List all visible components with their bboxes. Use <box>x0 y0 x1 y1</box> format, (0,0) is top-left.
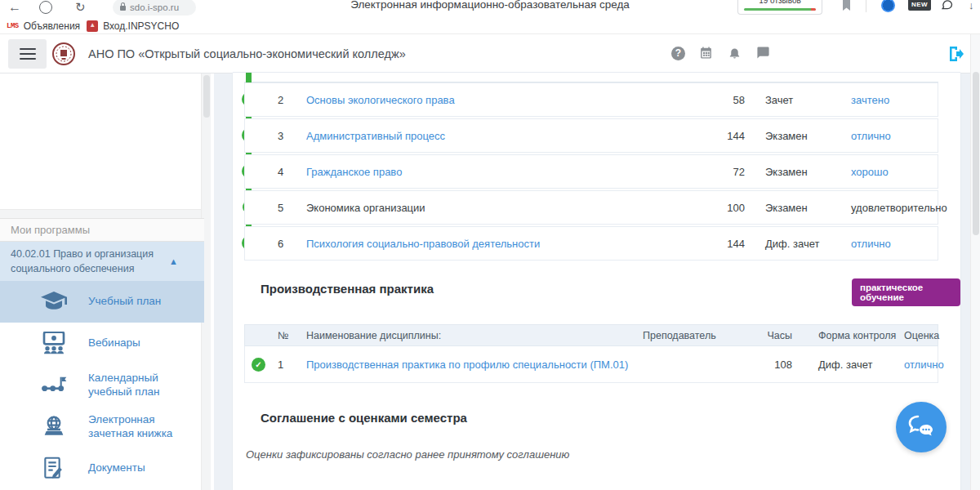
messages-icon[interactable] <box>756 46 771 60</box>
practical-training-badge: практическое обучение <box>852 278 960 306</box>
bookmark-flag-icon[interactable] <box>842 0 851 11</box>
header-grade: Оценка <box>904 325 939 347</box>
course-row: 2 Основы экологического права 58 Зачет з… <box>244 82 938 117</box>
app-screen: ← ↻ sdo.i-spo.ru Электронная информацион… <box>0 0 980 490</box>
document-pen-icon <box>41 457 69 481</box>
app-header: АНО ПО «Открытый социально-экономический… <box>0 34 980 74</box>
sidebar: Мои программы 40.02.01 Право и организац… <box>0 74 214 490</box>
college-logo <box>51 41 77 67</box>
course-control-form: Экзамен <box>765 155 808 189</box>
practice-hours: 108 <box>760 346 792 383</box>
course-grade-link[interactable]: хорошо <box>851 155 889 189</box>
webinar-icon <box>41 332 69 356</box>
course-control-form: Зачет <box>765 83 793 118</box>
main-content: ✓ ✓ ✓ ✓ 2 Основы экологического права 58… <box>214 74 980 490</box>
header-control: Форма контроля <box>818 325 896 347</box>
sidebar-item-gradebook[interactable]: Электронная зачетная книжка <box>0 406 204 448</box>
sidebar-menu: Учебный план Вебинары <box>0 281 204 489</box>
practice-section-title: Производственная практика <box>261 282 434 296</box>
course-hours: 72 <box>715 155 745 189</box>
graduation-cap-icon <box>41 290 69 314</box>
course-number: 2 <box>278 83 283 118</box>
sidebar-item-webinars[interactable]: Вебинары <box>0 323 204 364</box>
practice-table-header: № Наименование дисциплины: Преподаватель… <box>244 324 938 346</box>
agreement-note: Оценки зафиксированы согласно ранее прин… <box>246 448 569 461</box>
chrome-separator <box>866 0 866 12</box>
download-icon[interactable]: ↓ <box>969 0 974 11</box>
milestones-flag-icon <box>41 373 69 398</box>
header-teacher: Преподаватель <box>643 325 716 347</box>
course-number: 4 <box>278 155 283 189</box>
course-hours: 144 <box>715 227 745 261</box>
help-icon[interactable]: ? <box>671 47 685 60</box>
reviews-rating-bar <box>744 8 816 11</box>
course-row: 5 Экономика организации 100 Экзамен удов… <box>244 190 938 225</box>
chrome-chat-icon[interactable] <box>940 0 954 11</box>
program-toggle[interactable]: 40.02.01 Право и организация социального… <box>0 242 204 281</box>
course-control-form: Диф. зачет <box>765 227 819 261</box>
inpsycho-favicon <box>87 20 98 32</box>
globe-book-icon <box>41 415 69 439</box>
lms-favicon: LMS <box>7 22 19 30</box>
logout-icon[interactable] <box>946 44 965 64</box>
study-plan-card: ✓ ✓ ✓ ✓ 2 Основы экологического права 58… <box>232 72 961 490</box>
sidebar-item-calendar-plan[interactable]: Календарный учебный план <box>0 364 204 406</box>
sidebar-item-documents[interactable]: Документы <box>0 448 204 489</box>
course-number: 6 <box>278 227 283 261</box>
practice-grade-link[interactable]: отлично <box>904 346 944 383</box>
practice-number: 1 <box>278 346 283 383</box>
practice-row: ✓ 1 Производственная практика по профилю… <box>244 346 938 383</box>
course-control-form: Экзамен <box>765 119 808 154</box>
chat-bubbles-icon <box>906 414 936 440</box>
course-grade-link[interactable]: отлично <box>851 227 891 261</box>
reviews-badge[interactable]: 19 отзывов <box>737 0 822 15</box>
course-link[interactable]: Психология социально-правовой деятельнос… <box>306 227 540 261</box>
my-programs-label: Мои программы <box>0 218 204 242</box>
course-number: 5 <box>278 191 283 225</box>
practice-control-form: Диф. зачет <box>818 346 872 383</box>
notifications-bell-icon[interactable] <box>728 46 742 60</box>
page-title: Электронная информационно-образовательна… <box>0 0 980 11</box>
sidebar-item-study-plan[interactable]: Учебный план <box>0 281 204 323</box>
org-title: АНО ПО «Открытый социально-экономический… <box>88 47 406 60</box>
course-link[interactable]: Основы экологического права <box>306 83 455 118</box>
course-link[interactable]: Административный процесс <box>306 119 445 154</box>
chevron-up-icon: ▲ <box>169 256 178 266</box>
header-hours: Часы <box>760 325 792 347</box>
completed-check-icon: ✓ <box>252 358 265 372</box>
new-extension-badge[interactable]: NEW <box>908 0 931 11</box>
course-control-form: Экзамен <box>765 191 808 225</box>
calendar-icon[interactable] <box>699 46 714 60</box>
course-row: 6 Психология социально-правовой деятельн… <box>244 226 938 261</box>
course-grade-link[interactable]: отлично <box>851 119 891 154</box>
sidebar-horizontal-scrollbar[interactable] <box>0 209 201 218</box>
header-title: Наименование дисциплины: <box>306 325 441 347</box>
partial-course-row <box>244 73 938 82</box>
course-hours: 58 <box>715 83 745 118</box>
practice-link[interactable]: Производственная практика по профилю спе… <box>306 346 628 383</box>
menu-toggle-button[interactable] <box>8 39 47 69</box>
course-hours: 100 <box>715 191 745 225</box>
course-grade: удовлетворительно <box>851 191 947 225</box>
bookmarks-bar: LMS Объявления Вход.INPSYCHO <box>0 18 980 34</box>
page-scrollbar[interactable] <box>970 34 980 490</box>
browser-chrome: ← ↻ sdo.i-spo.ru Электронная информацион… <box>0 0 980 18</box>
agreement-section-title: Соглашение с оценками семестра <box>261 411 467 425</box>
course-grade-link[interactable]: зачтено <box>851 83 889 118</box>
header-num: № <box>278 325 288 347</box>
bookmark-announcements[interactable]: LMS Объявления <box>7 20 80 32</box>
course-link[interactable]: Гражданское право <box>306 155 402 189</box>
bookmark-inpsycho[interactable]: Вход.INPSYCHO <box>87 20 179 32</box>
support-chat-button[interactable] <box>896 402 947 452</box>
course-row: 3 Административный процесс 144 Экзамен о… <box>244 118 938 153</box>
course-row: 4 Гражданское право 72 Экзамен хорошо <box>244 154 938 189</box>
course-number: 3 <box>278 119 283 154</box>
course-hours: 144 <box>715 119 745 154</box>
course-title: Экономика организации <box>306 191 425 225</box>
